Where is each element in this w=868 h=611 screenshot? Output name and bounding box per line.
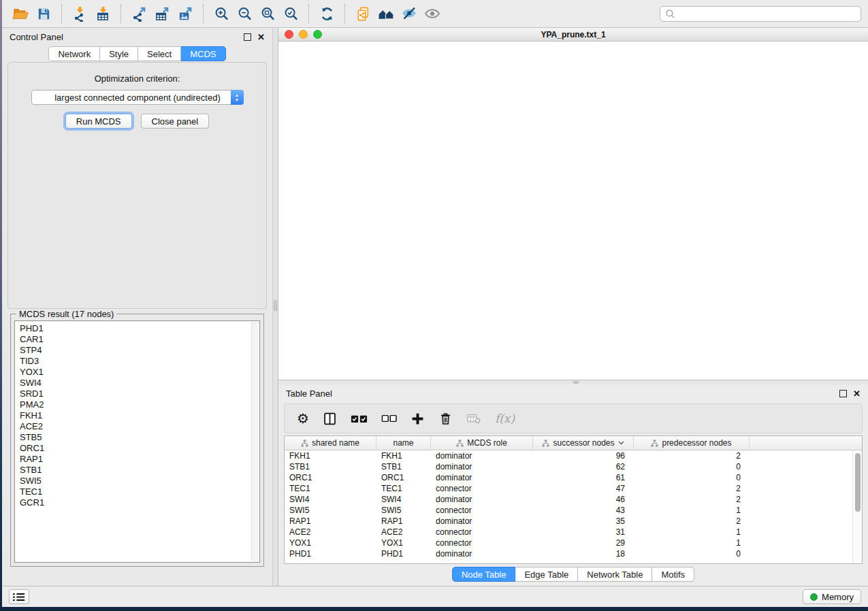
table-scrollbar[interactable] [852,451,862,563]
cell-name[interactable]: SWI5 [376,506,431,515]
table-row[interactable]: RAP1RAP1dominator352 [285,516,862,527]
save-session-button[interactable] [32,3,55,24]
cell-predecessor-nodes[interactable]: 2 [634,484,750,493]
cell-name[interactable]: TEC1 [376,484,431,493]
cell-successor-nodes[interactable]: 31 [533,527,634,537]
float-panel-icon[interactable] [839,390,847,397]
tab-mcds[interactable]: MCDS [181,46,225,61]
cell-mcds-role[interactable]: dominator [431,516,533,526]
cell-name[interactable]: STB1 [376,462,431,472]
cell-mcds-role[interactable]: connector [431,484,533,493]
mcds-result-item[interactable]: SWI5 [20,476,259,486]
duplicate-network-button[interactable] [351,3,374,24]
mcds-result-item[interactable]: TID3 [20,356,259,367]
export-table-button[interactable] [150,3,174,24]
cell-shared-name[interactable]: FKH1 [285,451,376,461]
mcds-result-item[interactable]: SWI4 [20,378,259,389]
table-row[interactable]: YOX1YOX1connector291 [285,538,862,548]
mcds-result-item[interactable]: SRD1 [20,389,259,399]
cell-shared-name[interactable]: ACE2 [285,527,376,537]
import-network-button[interactable] [68,3,91,24]
cell-predecessor-nodes[interactable]: 2 [634,516,750,526]
mcds-result-item[interactable]: FKH1 [20,410,259,421]
add-column-button[interactable] [411,412,425,426]
run-mcds-button[interactable]: Run MCDS [65,114,132,129]
column-header-shared-name[interactable]: shared name [285,436,376,450]
mcds-result-item[interactable]: STB5 [20,432,259,443]
cell-mcds-role[interactable]: dominator [431,451,533,461]
mcds-result-item[interactable]: ACE2 [20,421,259,432]
mcds-result-item[interactable]: PHD1 [20,323,259,334]
tab-select[interactable]: Select [138,46,181,61]
result-list-scrollbar[interactable] [251,322,259,561]
houses-icon-button[interactable] [374,3,398,24]
erase-table-button[interactable] [466,412,481,425]
cell-successor-nodes[interactable]: 62 [533,462,634,472]
table-row[interactable]: STB1STB1dominator620 [285,461,862,472]
cell-predecessor-nodes[interactable]: 0 [634,473,750,482]
open-file-button[interactable] [9,3,32,24]
cell-mcds-role[interactable]: connector [431,527,533,537]
tab-motifs[interactable]: Motifs [652,567,694,582]
splitter-dot[interactable] [573,381,579,384]
minimize-window-icon[interactable] [299,30,308,39]
cell-predecessor-nodes[interactable]: 1 [634,538,750,548]
splitter-grip[interactable] [274,300,277,311]
cell-successor-nodes[interactable]: 61 [533,473,634,482]
tab-node-table[interactable]: Node Table [452,567,516,582]
table-settings-button[interactable]: ⚙ [297,412,309,425]
mcds-result-item[interactable]: CAR1 [20,334,259,345]
cell-name[interactable]: SWI4 [376,495,431,504]
tab-edge-table[interactable]: Edge Table [515,567,578,582]
mcds-result-item[interactable]: TEC1 [20,486,259,497]
zoom-out-button[interactable] [233,3,256,24]
cell-successor-nodes[interactable]: 29 [533,538,634,548]
table-row[interactable]: ACE2ACE2connector311 [285,527,862,538]
cell-shared-name[interactable]: TEC1 [285,484,376,493]
column-browser-button[interactable] [323,412,337,426]
cell-predecessor-nodes[interactable]: 1 [634,506,750,515]
column-header-predecessor-nodes[interactable]: predecessor nodes [634,436,750,450]
cell-predecessor-nodes[interactable]: 2 [634,451,750,461]
table-row[interactable]: TEC1TEC1connector472 [285,483,862,494]
export-network-button[interactable] [127,3,150,24]
mcds-result-item[interactable]: STB1 [20,465,259,476]
cell-shared-name[interactable]: YOX1 [285,538,376,548]
cell-mcds-role[interactable]: dominator [431,473,533,482]
apply-function-button[interactable]: f(x) [495,412,515,425]
network-canvas[interactable] [278,42,868,380]
show-panels-button[interactable] [9,589,29,604]
mcds-result-item[interactable]: PMA2 [20,399,259,410]
search-input[interactable] [679,9,856,18]
clear-selection-button[interactable] [381,414,397,423]
criterion-select[interactable]: largest connected component (undirected)… [31,90,244,105]
vertical-splitter[interactable] [272,28,278,586]
cell-mcds-role[interactable]: dominator [431,495,533,504]
cell-name[interactable]: YOX1 [376,538,431,548]
cell-predecessor-nodes[interactable]: 2 [634,495,750,504]
cell-shared-name[interactable]: PHD1 [285,549,376,559]
table-row[interactable]: PHD1PHD1dominator180 [285,548,862,559]
close-panel-icon[interactable]: ✕ [853,390,861,397]
cell-mcds-role[interactable]: connector [431,538,533,548]
mcds-result-item[interactable]: GCR1 [20,497,259,508]
close-panel-icon[interactable]: ✕ [257,33,265,41]
cell-mcds-role[interactable]: dominator [431,462,533,472]
tab-network[interactable]: Network [48,46,100,61]
cell-shared-name[interactable]: SWI4 [285,495,376,504]
tab-network-table[interactable]: Network Table [578,567,652,582]
cell-shared-name[interactable]: ORC1 [285,473,376,482]
cell-successor-nodes[interactable]: 46 [533,495,634,504]
close-window-icon[interactable] [285,30,293,39]
cell-predecessor-nodes[interactable]: 1 [634,527,750,537]
export-image-button[interactable] [174,3,197,24]
maximize-window-icon[interactable] [313,30,322,39]
zoom-fit-button[interactable] [256,3,279,24]
select-all-button[interactable] [351,414,368,424]
memory-button[interactable]: Memory [803,589,861,604]
tab-style[interactable]: Style [100,46,138,61]
hide-eye-button[interactable] [398,3,421,24]
cell-shared-name[interactable]: SWI5 [285,506,376,515]
cell-shared-name[interactable]: STB1 [285,462,376,472]
cell-name[interactable]: FKH1 [376,451,431,461]
